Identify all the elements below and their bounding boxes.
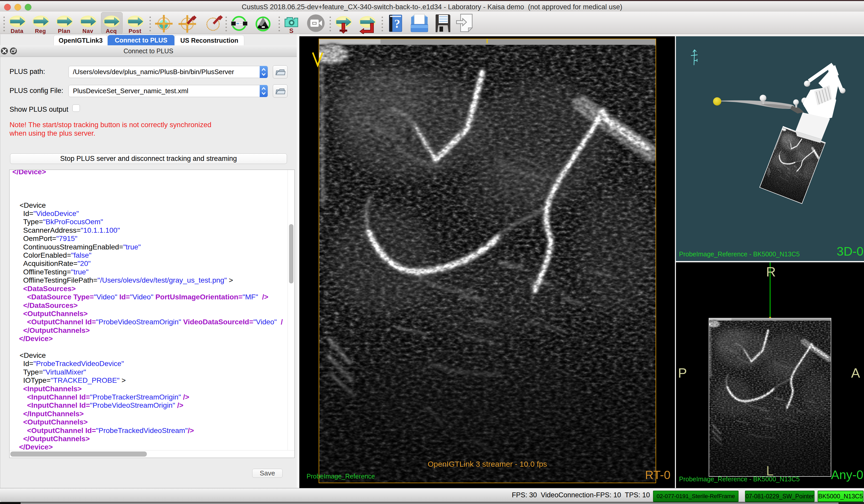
svg-text:3D-0: 3D-0 xyxy=(837,245,863,258)
svg-text:R: R xyxy=(766,265,776,279)
svg-text:A: A xyxy=(851,366,860,380)
svg-text:Any-0: Any-0 xyxy=(831,468,863,482)
svg-text:ProbeImage_Reference - BK5000_: ProbeImage_Reference - BK5000_N13C5 xyxy=(679,476,800,483)
svg-text:P: P xyxy=(678,366,687,380)
svg-text:ProbeImage_Reference - BK5000_: ProbeImage_Reference - BK5000_N13C5 xyxy=(679,250,800,258)
